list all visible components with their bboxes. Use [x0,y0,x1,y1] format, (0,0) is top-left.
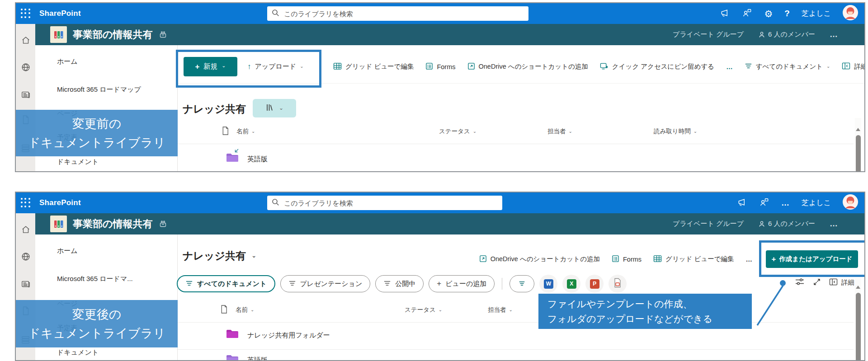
sliders-icon[interactable] [795,277,805,288]
pill-presentation[interactable]: プレゼンテーション [280,275,371,292]
library-view-button[interactable]: ⌄ [253,99,296,117]
site-title: 事業部の情報共有 [73,217,153,231]
forms-button[interactable]: Forms [612,255,642,264]
library-title: ナレッジ共有 [183,102,246,116]
column-header-read-time[interactable]: 読み取り時間⌄ [654,127,697,136]
edit-grid-button[interactable]: グリッド ビューで編集 [653,255,734,264]
view-toolbar-right: 詳細 [795,277,854,288]
divider [502,278,502,290]
megaphone-icon[interactable] [737,197,747,209]
before-overlay-label: 変更前の ドキュメントライブラリ [16,110,178,156]
filter-powerpoint-button[interactable]: P [585,275,604,293]
pill-published[interactable]: 公開中 [375,275,424,292]
create-or-upload-button[interactable]: + 作成またはアップロード [766,250,858,268]
pin-quick-access-button[interactable]: クイック アクセスにピン留めする [600,62,714,71]
command-overflow-icon[interactable]: … [726,63,733,70]
view-selector[interactable]: すべてのドキュメント ⌄ [745,62,830,71]
site-logo[interactable] [50,26,67,43]
person-icon [758,220,765,228]
folder-icon[interactable] [226,329,239,341]
onedrive-shortcut-button[interactable]: OneDrive へのショートカットの追加 [479,255,600,264]
view-lines-icon [185,280,193,288]
chevron-down-icon: ⌄ [251,129,255,134]
edit-grid-label: グリッド ビューで編集 [345,62,414,71]
onedrive-shortcut-button[interactable]: OneDrive へのショートカットの追加 [467,62,588,71]
library-title: ナレッジ共有 [183,249,246,263]
column-header-name[interactable]: 名前⌄ [236,306,254,314]
scrollbar-thumb[interactable] [856,135,861,171]
globe-icon[interactable] [21,252,31,263]
nav-item-roadmap[interactable]: Microsoft 365 ロードマップ [57,85,141,94]
pill-add-view[interactable]: + ビューの追加 [429,275,495,292]
column-header-status[interactable]: ステータス⌄ [405,306,442,314]
search-input[interactable] [283,199,498,207]
file-type-column-icon[interactable] [222,126,229,137]
nav-item-documents[interactable]: ドキュメント [57,348,99,357]
row-item-name[interactable]: 英語版 [247,155,268,164]
globe-icon[interactable] [21,62,31,74]
scroll-up-arrow[interactable] [856,286,860,289]
forms-button[interactable]: Forms [425,62,455,71]
avatar[interactable] [843,194,858,211]
app-launcher-waffle-icon[interactable] [21,9,31,19]
search-input[interactable] [283,9,524,18]
home-icon[interactable] [21,225,31,236]
details-pane-button[interactable]: 詳細 [842,62,865,71]
nav-item-roadmap[interactable]: Microsoft 365 ロードマ... [57,275,133,283]
command-bar: OneDrive へのショートカットの追加 Forms グリッド ビューで編集 … [479,250,752,268]
overlay-line2: ドキュメントライブラリ [28,324,165,343]
members-button[interactable]: 6 人のメンバー [758,30,815,39]
site-title: 事業部の情報共有 [73,28,153,42]
site-logo[interactable] [50,216,67,232]
column-header-status[interactable]: ステータス⌄ [439,127,476,136]
people-chat-icon[interactable] [759,197,769,209]
nav-item-home[interactable]: ホーム [57,247,78,255]
search-box[interactable] [267,196,502,210]
news-icon[interactable] [21,280,31,291]
column-header-owner[interactable]: 担当者⌄ [488,306,513,314]
site-header-right: プライベート グループ 6 人のメンバー … [673,30,838,39]
details-label: 詳細 [854,62,865,71]
filter-pdf-button[interactable] [609,275,627,293]
app-launcher-waffle-icon[interactable] [21,198,31,208]
scrollbar-thumb[interactable] [856,293,861,360]
pill-all-documents[interactable]: すべてのドキュメント [177,275,275,292]
suite-overflow-icon[interactable]: … [781,198,790,208]
user-name[interactable]: 芝よしこ [802,198,831,208]
powerpoint-icon: P [590,279,599,289]
divider [177,322,854,323]
file-type-column-icon[interactable] [220,305,228,316]
nav-item-home[interactable]: ホーム [57,57,78,66]
folder-icon[interactable] [226,354,239,361]
members-button[interactable]: 6 人のメンバー [758,220,815,228]
megaphone-icon[interactable] [720,8,730,20]
command-overflow-icon[interactable]: … [746,256,753,263]
new-button[interactable]: + 新規 ⌄ [184,57,237,76]
filter-excel-button[interactable]: X [562,275,580,293]
pill-view-options[interactable] [509,275,534,292]
search-box[interactable] [267,6,528,21]
scroll-up-arrow[interactable] [856,128,860,131]
help-icon[interactable]: ? [784,9,790,19]
avatar[interactable] [843,5,858,22]
row-item-name[interactable]: 英語版 [247,356,268,361]
column-header-name[interactable]: 名前⌄ [236,127,255,136]
user-name[interactable]: 芝よしこ [802,9,831,19]
people-chat-icon[interactable] [742,8,752,20]
site-more-icon[interactable]: … [830,219,838,229]
settings-gear-icon[interactable]: ⚙ [764,9,773,19]
details-pane-button[interactable]: 詳細 [829,278,854,287]
news-icon[interactable] [21,90,31,101]
overlay-line1: 変更前の [72,114,122,133]
filter-word-button[interactable]: W [539,275,557,293]
edit-grid-button[interactable]: グリッド ビューで編集 [333,62,414,71]
row-item-name[interactable]: ナレッジ共有用フォルダー [247,331,330,340]
column-header-owner[interactable]: 担当者⌄ [547,127,572,136]
expand-icon[interactable] [813,278,821,288]
home-icon[interactable] [21,35,31,47]
library-title-dropdown[interactable]: ナレッジ共有 ⌄ [183,249,256,263]
nav-item-documents[interactable]: ドキュメント [57,158,99,166]
upload-button[interactable]: ↑ アップロード ⌄ [247,57,304,76]
site-more-icon[interactable]: … [830,30,838,39]
group-icon [159,31,167,38]
